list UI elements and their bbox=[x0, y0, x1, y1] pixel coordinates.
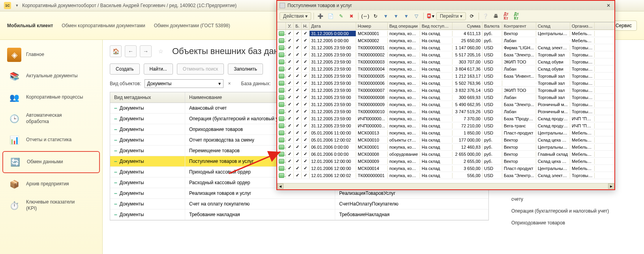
col-b[interactable]: Б. bbox=[294, 22, 302, 30]
col-num[interactable]: Номер bbox=[356, 22, 388, 30]
grid-row[interactable]: 06.01.2006 0:00:00МСК00001покупка, ком..… bbox=[277, 144, 614, 151]
find-button[interactable]: Найти... bbox=[144, 64, 173, 75]
grid-row[interactable]: 12.01.2006 12:00:02ТК000000001покупка, к… bbox=[277, 172, 614, 179]
grid-row[interactable]: 05.01.2006 11:00:00МСК00013покупка, ком.… bbox=[277, 129, 614, 136]
right-helper-panel: счету Операция (бухгалтерский и налоговы… bbox=[510, 193, 640, 229]
grid-row[interactable]: 31.12.2005 23:59:00ИЧП000000...покупка, … bbox=[277, 122, 614, 129]
nav-corp-exchange[interactable]: Обмен корпоративными документами bbox=[62, 23, 145, 28]
grid-row[interactable]: 31.12.2005 23:59:00ТК000000005покупка, к… bbox=[277, 73, 614, 80]
grid-row[interactable]: 06.01.2006 0:00:00МСК00008оборудованиеНа… bbox=[277, 151, 614, 158]
close-icon[interactable]: ✕ bbox=[605, 2, 612, 9]
filter3-icon[interactable]: ▼ bbox=[402, 12, 411, 21]
col-contr[interactable]: Контрагент bbox=[502, 22, 536, 30]
col-icon[interactable] bbox=[277, 22, 286, 30]
grid-row[interactable]: 31.12.2005 23:59:00ТК000000008покупка, к… bbox=[277, 94, 614, 101]
filter2-icon[interactable]: ▼ bbox=[392, 12, 400, 21]
document-icon bbox=[279, 138, 284, 142]
grid-row[interactable]: 12.01.2006 12:00:00МСК00009покупка, ком.… bbox=[277, 158, 614, 165]
table-row[interactable]: –ДокументыТребование накладнаяТребование… bbox=[110, 209, 488, 220]
actions-menu[interactable]: Действия ▾ bbox=[280, 12, 311, 20]
grid-row[interactable]: 12.01.2006 12:00:00МСК00014покупка, ком.… bbox=[277, 165, 614, 172]
copy-icon[interactable]: 📄 bbox=[327, 12, 335, 21]
popup-titlebar[interactable]: Поступления товаров и услуг ✕ bbox=[277, 1, 614, 10]
col-u[interactable]: У. bbox=[286, 22, 294, 30]
collapse-icon: – bbox=[114, 211, 117, 218]
cell-contr: База "Инвент... bbox=[502, 73, 536, 79]
grid-row[interactable]: 31.12.2005 0:00:00МСК00002покупка, ком..… bbox=[277, 37, 614, 44]
help-icon[interactable]: ❔ bbox=[481, 12, 490, 21]
delete-icon[interactable]: ✖ bbox=[347, 12, 356, 21]
print-icon[interactable]: 🖶 bbox=[492, 12, 500, 21]
grid-row[interactable]: 05.01.2006 12:00:02МСК00010объекты стро.… bbox=[277, 136, 614, 144]
helper-item[interactable]: Операция (бухгалтерский и налоговый учет… bbox=[510, 205, 640, 217]
home-button[interactable]: 🏠 bbox=[110, 45, 122, 57]
sidebar-item-main[interactable]: ◈ Главное bbox=[2, 45, 100, 65]
col-kind[interactable]: Вид метаданных bbox=[110, 92, 185, 103]
col-stock[interactable]: Склад bbox=[536, 22, 570, 30]
col-org[interactable]: Организац bbox=[570, 22, 595, 30]
sidebar-item-reports[interactable]: 📊 Отчеты и статистика bbox=[2, 130, 100, 150]
cell-num: МСК00008 bbox=[356, 151, 388, 157]
post-icon[interactable]: 📮▾ bbox=[426, 12, 435, 21]
sidebar-item-processes[interactable]: 👥 Корпоративные процессы bbox=[2, 87, 100, 108]
sidebar-item-exchange[interactable]: 🔄 Обмен данными bbox=[2, 151, 100, 173]
grid-row[interactable]: 31.12.2005 23:59:00ИЧП000000...покупка, … bbox=[277, 115, 614, 122]
grid-row[interactable]: 31.12.2005 23:59:00ТК000000009покупка, к… bbox=[277, 101, 614, 108]
sidebar-item-auto[interactable]: 🕒 Автоматическая обработка bbox=[2, 108, 100, 129]
cell-contr: Лабан bbox=[502, 109, 536, 114]
back-button[interactable]: ← bbox=[125, 45, 137, 57]
refresh-icon[interactable]: ↻ bbox=[371, 12, 380, 21]
scroll-left-icon[interactable]: ◂ bbox=[277, 183, 284, 189]
edit-icon[interactable]: ✎ bbox=[337, 12, 345, 21]
grid-row[interactable]: 31.12.2005 23:59:00ТК000000002покупка, к… bbox=[277, 51, 614, 58]
helper-item[interactable]: счету bbox=[510, 193, 640, 205]
cell-kind: Документы bbox=[120, 159, 144, 164]
check-icon bbox=[288, 95, 291, 99]
sidebar-item-actual-docs[interactable]: 📚 Актуальные документы bbox=[2, 66, 100, 86]
nav-gost-exchange[interactable]: Обмен документами (ГОСТ 53898) bbox=[154, 23, 230, 28]
check-icon bbox=[304, 123, 307, 128]
col-cur[interactable]: Валюта bbox=[483, 22, 502, 30]
sidebar-item-archive[interactable]: 📦 Архив предприятия bbox=[2, 174, 100, 194]
filter-kind-select[interactable]: Документы ▾ bbox=[145, 79, 223, 88]
favorite-button[interactable]: ☆ bbox=[155, 45, 167, 57]
goto-menu[interactable]: Перейти ▾ bbox=[436, 12, 466, 20]
grid-row[interactable]: 31.12.2005 23:59:00ТК000000006покупка, к… bbox=[277, 80, 614, 87]
find-icon[interactable]: (↔) bbox=[361, 12, 370, 21]
cycle-icon[interactable]: ⟳ bbox=[468, 12, 476, 21]
grid-row[interactable]: 31.12.2005 23:59:00ТК000000001покупка, к… bbox=[277, 44, 614, 51]
create-button[interactable]: Создать bbox=[110, 64, 140, 75]
filter1-icon[interactable]: ▼ bbox=[381, 12, 390, 21]
scroll-right-icon[interactable]: ▸ bbox=[608, 183, 614, 189]
col-sum[interactable]: Сумма bbox=[452, 22, 483, 30]
helper-item[interactable]: Оприходование товаров bbox=[510, 217, 640, 229]
forward-button[interactable]: → bbox=[140, 45, 152, 57]
cell-stock: Центральный ... bbox=[536, 31, 570, 36]
credit-icon[interactable]: ДтКт bbox=[512, 12, 521, 21]
grid-scrollbar[interactable]: ◂ ▸ bbox=[277, 183, 614, 189]
grid-row[interactable]: 31.12.2005 23:59:00ТК000000004покупка, к… bbox=[277, 65, 614, 73]
table-row[interactable]: –ДокументыСчет на оплату покупателюСчетН… bbox=[110, 199, 488, 209]
cell-oper: покупка, ком... bbox=[388, 116, 420, 121]
grid-row[interactable]: 31.12.2005 0:00:00МСК00001покупка, ком..… bbox=[277, 30, 614, 37]
grid-row[interactable]: 31.12.2005 23:59:00ТК000000010покупка, к… bbox=[277, 108, 614, 115]
filter-clear-icon[interactable]: ▽ bbox=[412, 12, 421, 21]
grid-header: У. Б. Н. Дата Номер Вид операции Вид пос… bbox=[277, 22, 614, 30]
add-icon[interactable]: ➕ bbox=[316, 12, 325, 21]
nav-mobile-client[interactable]: Мобильный клиент bbox=[7, 23, 53, 28]
debit-icon[interactable]: ДтКт bbox=[502, 12, 511, 21]
grid-row[interactable]: 31.12.2005 23:59:00ТК000000003покупка, к… bbox=[277, 58, 614, 65]
col-n[interactable]: Н. bbox=[302, 22, 310, 30]
col-date[interactable]: Дата bbox=[310, 22, 356, 30]
cell-stock: Торговый зал bbox=[536, 73, 570, 79]
cell-org: Торговый д bbox=[570, 66, 595, 72]
clear-filter-icon[interactable]: × bbox=[227, 81, 233, 86]
grid-row[interactable]: 31.12.2005 23:59:00ТК000000007покупка, к… bbox=[277, 87, 614, 94]
app-menu-icon[interactable]: ▼ bbox=[14, 3, 20, 8]
col-oper[interactable]: Вид операции bbox=[388, 22, 420, 30]
fill-button[interactable]: Заполнить bbox=[228, 64, 263, 75]
sidebar-item-kpi[interactable]: ⏱️ Ключевые показатели (KPI) bbox=[2, 195, 100, 216]
check-icon bbox=[296, 45, 299, 50]
check-icon bbox=[288, 116, 291, 121]
col-post[interactable]: Вид поступле... bbox=[420, 22, 452, 30]
